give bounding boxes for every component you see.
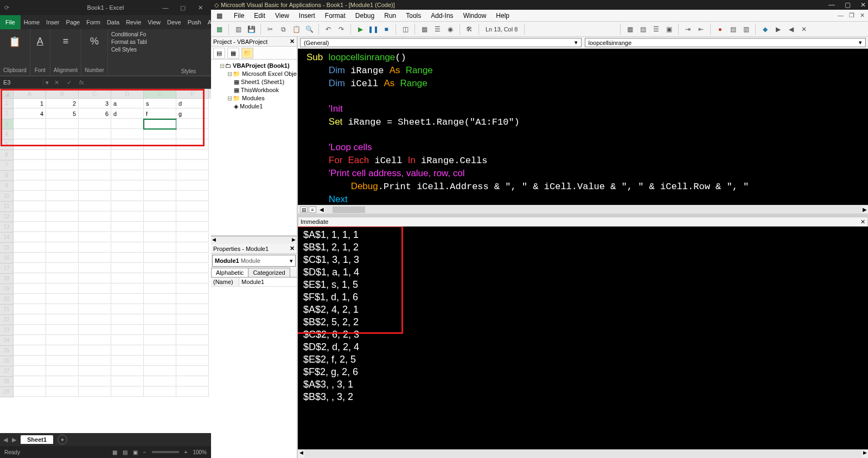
cell[interactable] xyxy=(111,202,144,211)
cell[interactable] xyxy=(111,119,144,129)
comment-icon[interactable]: ▤ xyxy=(728,24,738,34)
cell[interactable] xyxy=(46,377,79,386)
cell[interactable] xyxy=(14,233,46,242)
tree-sheet1[interactable]: ▦ Sheet1 (Sheet1) xyxy=(212,78,296,86)
cell[interactable] xyxy=(79,191,111,201)
row-header-6[interactable]: 6 xyxy=(0,150,14,160)
cell[interactable]: 5 xyxy=(46,109,79,119)
cell[interactable] xyxy=(111,160,144,170)
cell[interactable] xyxy=(46,253,79,263)
row-header-28[interactable]: 28 xyxy=(0,377,14,387)
toolbar-icon[interactable]: ☰ xyxy=(651,24,661,34)
cell[interactable] xyxy=(176,325,209,335)
cell[interactable] xyxy=(144,356,176,366)
row-header-24[interactable]: 24 xyxy=(0,336,14,346)
tree-module1[interactable]: ◈ Module1 xyxy=(212,102,296,111)
row-header-9[interactable]: 9 xyxy=(0,181,14,191)
cell[interactable]: a xyxy=(111,99,144,108)
tab-review[interactable]: Revie xyxy=(123,15,144,29)
next-bookmark-icon[interactable]: ▶ xyxy=(773,24,783,34)
cell-styles-button[interactable]: Cell Styles xyxy=(111,47,147,53)
cell[interactable] xyxy=(111,140,144,150)
row-header-23[interactable]: 23 xyxy=(0,325,14,336)
prev-bookmark-icon[interactable]: ◀ xyxy=(786,24,796,34)
cell[interactable] xyxy=(46,284,79,294)
menu-window[interactable]: Window xyxy=(463,12,487,20)
cell[interactable] xyxy=(46,305,79,314)
cell[interactable] xyxy=(46,150,79,160)
cell[interactable] xyxy=(176,160,209,170)
cell[interactable] xyxy=(14,171,46,180)
cell[interactable] xyxy=(79,130,111,139)
cell[interactable] xyxy=(144,130,176,139)
row-header-21[interactable]: 21 xyxy=(0,305,14,315)
cell[interactable] xyxy=(144,212,176,222)
menu-file[interactable]: File xyxy=(234,12,244,20)
menu-view[interactable]: View xyxy=(275,12,289,20)
row-header-16[interactable]: 16 xyxy=(0,253,14,263)
cell[interactable] xyxy=(46,140,79,150)
cell[interactable]: d xyxy=(176,99,209,108)
properties-grid[interactable]: (Name)Module1 xyxy=(211,278,297,287)
cell[interactable]: 1 xyxy=(14,99,46,108)
code-editor[interactable]: Sub loopcellsinrange() Dim iRange As Ran… xyxy=(298,49,868,205)
reset-icon[interactable]: ■ xyxy=(381,24,391,34)
cell[interactable] xyxy=(144,202,176,211)
immediate-window[interactable]: $A$1, 1, 1, 1 $B$1, 2, 1, 2 $C$1, 3, 1, … xyxy=(298,227,868,449)
sheet-tab-sheet1[interactable]: Sheet1 xyxy=(21,435,53,444)
cell[interactable] xyxy=(111,315,144,325)
cell[interactable] xyxy=(14,305,46,314)
cell[interactable] xyxy=(176,253,209,263)
row-header-8[interactable]: 8 xyxy=(0,171,14,181)
find-icon[interactable]: 🔍 xyxy=(304,24,314,34)
cell[interactable] xyxy=(46,191,79,201)
row-header-7[interactable]: 7 xyxy=(0,160,14,171)
cell[interactable] xyxy=(79,119,111,129)
code-hscrollbar[interactable]: ▤≡ ◀ ▶ xyxy=(298,205,868,214)
cell[interactable] xyxy=(144,140,176,150)
row-header-3[interactable]: 3 xyxy=(0,119,14,130)
row-header-26[interactable]: 26 xyxy=(0,356,14,366)
cell[interactable] xyxy=(79,325,111,335)
cell[interactable] xyxy=(14,387,46,397)
project-tree[interactable]: ⊟🗀 VBAProject (Book1) ⊟📁 Microsoft Excel… xyxy=(211,60,297,236)
worksheet-grid[interactable]: ◢ A B C D E F 1123asd2456dfg345678910111… xyxy=(0,89,211,433)
cell[interactable] xyxy=(46,356,79,366)
cell[interactable] xyxy=(111,356,144,366)
properties-icon[interactable]: ☰ xyxy=(432,24,442,34)
col-header-F[interactable]: F xyxy=(176,89,209,99)
tree-modules[interactable]: ⊟📁 Modules xyxy=(212,94,296,102)
cell[interactable] xyxy=(144,243,176,253)
cell[interactable] xyxy=(176,150,209,160)
row-header-2[interactable]: 2 xyxy=(0,109,14,119)
cell[interactable] xyxy=(144,274,176,283)
mdi-close-button[interactable]: ✕ xyxy=(860,12,865,19)
cell[interactable] xyxy=(176,191,209,201)
cell[interactable] xyxy=(46,315,79,325)
cell[interactable] xyxy=(144,150,176,160)
fx-icon[interactable]: fx xyxy=(79,79,84,86)
outdent-icon[interactable]: ⇤ xyxy=(696,24,706,34)
number-icon[interactable]: % xyxy=(87,31,102,51)
cell[interactable] xyxy=(144,294,176,304)
cell[interactable] xyxy=(79,305,111,314)
cell[interactable] xyxy=(79,233,111,242)
cell[interactable] xyxy=(46,160,79,170)
cell[interactable] xyxy=(79,212,111,222)
cell[interactable]: g xyxy=(176,109,209,119)
view-excel-icon[interactable]: ▦ xyxy=(214,24,224,34)
row-header-17[interactable]: 17 xyxy=(0,263,14,274)
cell[interactable] xyxy=(46,222,79,232)
cell[interactable] xyxy=(111,305,144,314)
cell[interactable] xyxy=(14,222,46,232)
cell[interactable] xyxy=(14,294,46,304)
cell[interactable] xyxy=(79,274,111,283)
cell[interactable] xyxy=(176,274,209,283)
immediate-close-button[interactable]: ✕ xyxy=(860,218,865,225)
cell[interactable] xyxy=(14,274,46,283)
cell[interactable] xyxy=(46,263,79,273)
cell[interactable] xyxy=(14,263,46,273)
cell[interactable] xyxy=(176,346,209,356)
cell[interactable] xyxy=(46,202,79,211)
cell[interactable] xyxy=(46,336,79,345)
